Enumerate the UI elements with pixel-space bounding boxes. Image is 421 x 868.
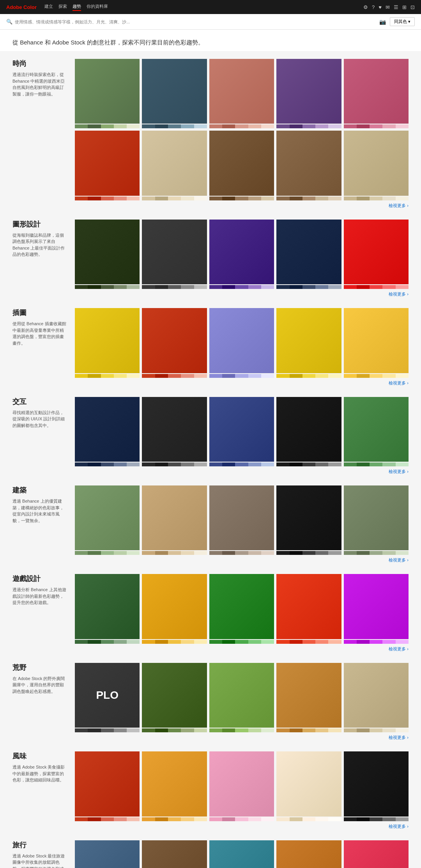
list-item[interactable]	[142, 574, 207, 643]
list-item[interactable]	[75, 308, 140, 377]
list-item[interactable]	[75, 751, 140, 821]
list-item[interactable]	[75, 59, 140, 128]
nav-link-explore[interactable]: 探索	[58, 4, 67, 11]
palette-swatch	[382, 197, 395, 200]
list-item[interactable]	[142, 220, 207, 289]
search-input[interactable]	[15, 19, 132, 24]
list-item[interactable]	[209, 840, 274, 868]
list-item[interactable]	[276, 485, 341, 555]
color-palette	[209, 462, 274, 466]
section-info-graphic-design: 圖形設計從海報到徽誌和品牌，這個調色盤系列展示了來自 Behance 上最佳平面…	[12, 220, 67, 258]
list-item[interactable]	[276, 751, 341, 821]
list-item[interactable]	[75, 840, 140, 868]
view-more-wilderness[interactable]: 檢視更多 ›	[75, 735, 409, 740]
list-item[interactable]	[276, 397, 341, 466]
view-more-game-design[interactable]: 檢視更多 ›	[75, 646, 409, 652]
thumbnail-image	[75, 397, 140, 462]
list-item[interactable]	[209, 751, 274, 821]
palette-swatch	[88, 285, 101, 289]
palette-swatch	[396, 551, 409, 555]
view-more-flavor[interactable]: 檢視更多 ›	[75, 824, 409, 829]
list-item[interactable]	[209, 59, 274, 128]
list-item[interactable]	[75, 397, 140, 466]
notifications-icon[interactable]: ♥	[379, 4, 382, 10]
list-item[interactable]	[344, 308, 409, 377]
thumbnail-image	[142, 397, 207, 462]
palette-swatch	[235, 197, 248, 200]
list-item[interactable]	[209, 663, 274, 732]
list-item[interactable]	[276, 574, 341, 643]
palette-swatch	[88, 374, 101, 378]
palette-swatch	[194, 124, 207, 128]
palette-swatch	[315, 728, 328, 732]
list-item[interactable]	[75, 220, 140, 289]
section-title-graphic-design: 圖形設計	[12, 220, 67, 229]
palette-swatch	[328, 124, 341, 128]
palette-swatch	[382, 374, 395, 378]
palette-swatch	[222, 462, 235, 466]
list-item[interactable]	[276, 59, 341, 128]
settings-icon[interactable]: ⚙	[363, 4, 368, 10]
list-item[interactable]	[75, 485, 140, 555]
menu-icon[interactable]: ☰	[394, 4, 398, 10]
list-item[interactable]	[142, 397, 207, 466]
camera-icon[interactable]: 📷	[379, 19, 386, 25]
color-palette	[142, 462, 207, 466]
view-more-architecture[interactable]: 檢視更多 ›	[75, 557, 409, 563]
thumbnail-image	[142, 59, 207, 124]
palette-swatch	[155, 817, 168, 821]
list-item[interactable]	[142, 131, 207, 200]
list-item[interactable]	[209, 397, 274, 466]
palette-swatch	[276, 374, 289, 378]
nav-link-create[interactable]: 建立	[44, 4, 53, 11]
list-item[interactable]	[344, 840, 409, 868]
nav-link-trends[interactable]: 趨勢	[73, 4, 81, 11]
palette-swatch	[382, 728, 395, 732]
list-item[interactable]	[142, 59, 207, 128]
palette-swatch	[315, 551, 328, 555]
palette-swatch	[222, 728, 235, 732]
list-item[interactable]	[209, 574, 274, 643]
list-item[interactable]	[344, 574, 409, 643]
grid-icon[interactable]: ⊞	[402, 4, 407, 10]
palette-swatch	[328, 197, 341, 200]
palette-swatch	[328, 462, 341, 466]
list-item[interactable]	[142, 308, 207, 377]
list-item[interactable]	[209, 220, 274, 289]
list-item[interactable]	[142, 751, 207, 821]
list-item[interactable]	[209, 485, 274, 555]
list-item[interactable]	[276, 220, 341, 289]
view-more-interactive[interactable]: 檢視更多 ›	[75, 469, 409, 475]
list-item[interactable]	[344, 59, 409, 128]
list-item[interactable]	[75, 574, 140, 643]
view-more-illustration[interactable]: 檢視更多 ›	[75, 380, 409, 386]
view-more-graphic-design[interactable]: 檢視更多 ›	[75, 291, 409, 297]
list-item[interactable]	[344, 397, 409, 466]
list-item[interactable]	[276, 308, 341, 377]
list-item[interactable]	[276, 840, 341, 868]
nav-link-library[interactable]: 你的資料庫	[87, 4, 108, 11]
color-palette	[344, 197, 409, 200]
view-more-fashion[interactable]: 檢視更多 ›	[75, 203, 409, 209]
list-item[interactable]	[276, 663, 341, 732]
user-icon[interactable]: ⊡	[410, 4, 415, 10]
list-item[interactable]	[75, 131, 140, 200]
list-item[interactable]	[209, 308, 274, 377]
list-item[interactable]	[142, 485, 207, 555]
palette-swatch	[155, 285, 168, 289]
list-item[interactable]	[344, 485, 409, 555]
palette-swatch	[261, 124, 274, 128]
list-item[interactable]	[344, 663, 409, 732]
help-icon[interactable]: ?	[372, 4, 375, 10]
list-item[interactable]	[142, 663, 207, 732]
palette-swatch	[168, 728, 181, 732]
list-item[interactable]	[142, 840, 207, 868]
list-item[interactable]	[344, 751, 409, 821]
list-item[interactable]	[276, 131, 341, 200]
list-item[interactable]	[344, 220, 409, 289]
messages-icon[interactable]: ✉	[386, 4, 390, 10]
list-item[interactable]: PLO	[75, 663, 140, 732]
sync-button[interactable]: 同其色 ▾	[390, 17, 415, 26]
list-item[interactable]	[209, 131, 274, 200]
list-item[interactable]	[344, 131, 409, 200]
